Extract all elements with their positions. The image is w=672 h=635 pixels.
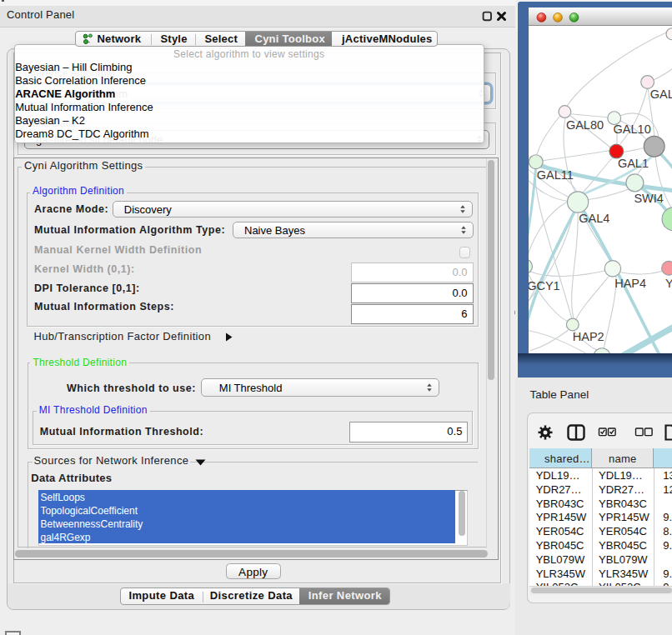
svg-text:GAL80: GAL80 xyxy=(566,118,604,131)
svg-text:GAL4: GAL4 xyxy=(579,211,609,224)
svg-text:GAL1: GAL1 xyxy=(618,156,649,169)
svg-text:SWI4: SWI4 xyxy=(634,191,663,204)
svg-text:GAL10: GAL10 xyxy=(614,122,651,136)
svg-text:YEL: YEL xyxy=(665,276,672,289)
svg-text:HAP4: HAP4 xyxy=(614,276,646,289)
svg-text:HAP2: HAP2 xyxy=(573,329,604,342)
svg-text:GCY1: GCY1 xyxy=(529,278,560,292)
svg-text:GAL7: GAL7 xyxy=(650,87,672,100)
svg-text:GAL11: GAL11 xyxy=(537,168,574,181)
